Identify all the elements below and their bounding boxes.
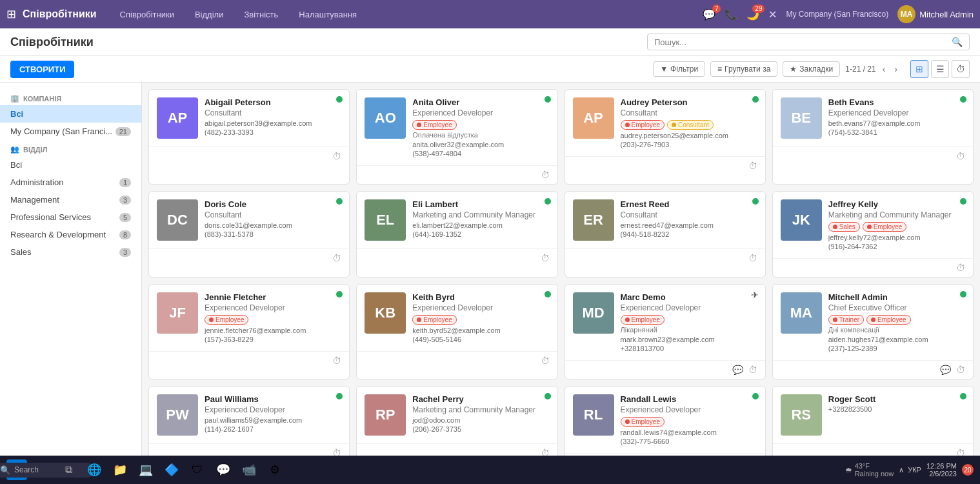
employee-card[interactable]: BE Beth Evans Experienced Developer beth… <box>772 89 974 185</box>
language-indicator[interactable]: УКР <box>908 466 921 474</box>
close-icon[interactable]: ✕ <box>768 8 777 21</box>
nav-reports[interactable]: Звітність <box>240 7 282 22</box>
employee-card[interactable]: KB Keith Byrd Experienced Developer Empl… <box>356 284 557 379</box>
card-email: mark.brown23@example.com <box>621 336 757 343</box>
activity-footer-icon[interactable]: ⏱ <box>956 263 965 273</box>
nav-settings[interactable]: Налаштування <box>295 7 361 22</box>
activity-view-button[interactable]: ⏱ <box>952 60 970 78</box>
taskbar-app2-icon[interactable]: 🔷 <box>161 459 182 480</box>
activity-footer-icon[interactable]: ⏱ <box>748 161 757 171</box>
employee-card[interactable]: MA Mitchell Admin Chief Executive Office… <box>772 284 974 379</box>
activity-footer-icon[interactable]: ⏱ <box>541 253 550 263</box>
list-view-button[interactable]: ☰ <box>931 60 949 78</box>
card-phone: +3281813700 <box>621 345 757 352</box>
avatar: AP <box>573 97 614 139</box>
nav-employees[interactable]: Співробітники <box>116 7 178 22</box>
tray-expand[interactable]: ∧ <box>899 466 904 474</box>
clock-icon[interactable]: 🌙29 <box>746 8 759 21</box>
taskbar-search-button[interactable]: 🔍 Search <box>32 459 53 480</box>
employee-card[interactable]: ER Ernest Reed Consultant ernest.reed47@… <box>565 191 766 277</box>
employee-card[interactable]: AP Audrey Peterson Consultant EmployeeCo… <box>565 89 766 185</box>
weather-desc: Raining now <box>855 470 894 478</box>
taskbar-folder-icon[interactable]: 📁 <box>110 459 130 480</box>
employee-card[interactable]: RP Rachel Perry Marketing and Community … <box>356 386 557 456</box>
activity-footer-icon[interactable]: ⏱ <box>541 448 550 456</box>
taskbar-app4-icon[interactable]: 💬 <box>213 459 234 480</box>
kanban-view-button[interactable]: ⊞ <box>910 60 928 78</box>
activity-footer-icon[interactable]: ⏱ <box>956 151 965 161</box>
sidebar-label: Administration <box>10 177 63 187</box>
create-button[interactable]: СТВОРИТИ <box>10 61 74 78</box>
taskbar-app6-icon[interactable]: ⚙ <box>265 459 285 480</box>
activity-footer-icon[interactable]: ⏱ <box>956 448 965 456</box>
sub-header: Співробітники 🔍 <box>0 28 980 56</box>
employee-card[interactable]: RS Roger Scott +3282823500 ⏱ <box>772 386 974 456</box>
sidebar-item-research-development[interactable]: Research & Development 8 <box>0 226 141 243</box>
employee-card[interactable]: RL Randall Lewis Experienced Developer E… <box>565 386 766 456</box>
card-footer: ⏱ <box>357 248 557 267</box>
activity-footer-icon[interactable]: ⏱ <box>332 253 341 263</box>
filter-button[interactable]: ▼ Фільтри <box>653 61 705 77</box>
sidebar-item-my-company[interactable]: My Company (San Franci... 21 <box>0 123 141 140</box>
card-header: DC Doris Cole Consultant doris.cole31@ex… <box>149 192 349 248</box>
employee-card[interactable]: ✈ MD Marc Demo Experienced Developer Emp… <box>565 284 766 379</box>
activity-footer-icon[interactable]: ⏱ <box>541 170 550 180</box>
activity-footer-icon[interactable]: ⏱ <box>748 253 757 263</box>
employee-card[interactable]: JK Jeffrey Kelly Marketing and Community… <box>772 191 974 277</box>
card-role: Marketing and Community Manager <box>412 405 549 414</box>
employee-card[interactable]: AP Abigail Peterson Consultant abigail.p… <box>148 89 350 185</box>
chat-footer-icon[interactable]: 💬 <box>940 365 951 375</box>
search-input[interactable] <box>654 37 952 47</box>
activity-footer-icon[interactable]: ⏱ <box>748 365 757 375</box>
sidebar-item-professional-services[interactable]: Professional Services 5 <box>0 208 141 226</box>
card-email: beth.evans77@example.com <box>828 119 965 127</box>
tag-employee: Employee <box>863 222 906 232</box>
taskbar-app3-icon[interactable]: 🛡 <box>187 459 208 480</box>
card-footer: ⏱ <box>149 443 349 456</box>
phone-icon[interactable]: 📞 <box>725 8 737 21</box>
user-menu[interactable]: MA Mitchell Admin <box>897 5 974 23</box>
company-selector[interactable]: My Company (San Francisco) <box>786 10 888 19</box>
employee-card[interactable]: AO Anita Oliver Experienced Developer Em… <box>356 89 557 185</box>
taskbar-edge-icon[interactable]: 🌐 <box>84 459 105 480</box>
activity-footer-icon[interactable]: ⏱ <box>332 356 341 366</box>
notification-count[interactable]: 20 <box>962 464 974 476</box>
bookmarks-button[interactable]: ★ Закладки <box>783 61 840 77</box>
activity-footer-icon[interactable]: ⏱ <box>332 151 341 161</box>
taskbar-task-view[interactable]: ⧉ <box>58 459 79 480</box>
sidebar-count: 5 <box>119 213 131 222</box>
sidebar-item-sales[interactable]: Sales 3 <box>0 243 141 261</box>
employee-card[interactable]: EL Eli Lambert Marketing and Community M… <box>356 191 557 277</box>
card-info: Randall Lewis Experienced Developer Empl… <box>621 394 757 445</box>
employee-card[interactable]: DC Doris Cole Consultant doris.cole31@ex… <box>148 191 350 277</box>
card-tags: Employee <box>621 417 757 427</box>
search-icon[interactable]: 🔍 <box>952 37 963 47</box>
clock[interactable]: 12:26 PM 2/6/2023 <box>926 462 957 478</box>
card-email: doris.cole31@example.com <box>205 221 341 229</box>
app-grid-icon[interactable]: ⊞ <box>6 7 16 21</box>
search-bar[interactable]: 🔍 <box>647 34 970 50</box>
chat-icon[interactable]: 💬7 <box>703 8 715 21</box>
card-info: Abigail Peterson Consultant abigail.pete… <box>205 97 341 136</box>
chat-footer-icon[interactable]: 💬 <box>732 365 743 375</box>
next-page-button[interactable]: › <box>892 63 900 76</box>
sidebar-item-management[interactable]: Management 3 <box>0 191 141 208</box>
activity-footer-icon[interactable]: ⏱ <box>541 356 550 366</box>
sidebar-item-administration[interactable]: Administration 1 <box>0 174 141 191</box>
employee-card[interactable]: PW Paul Williams Experienced Developer p… <box>148 386 350 456</box>
group-button[interactable]: ≡ Групувати за <box>710 61 777 77</box>
prev-page-button[interactable]: ‹ <box>880 63 888 76</box>
card-footer: ⏱ <box>565 156 765 175</box>
activity-footer-icon[interactable]: ⏱ <box>332 448 341 456</box>
activity-footer-icon[interactable]: ⏱ <box>956 365 965 375</box>
sidebar-label: Research & Development <box>10 230 106 239</box>
sidebar-item-all-depts[interactable]: Всі <box>0 156 141 174</box>
card-name: Paul Williams <box>205 394 341 404</box>
taskbar-app5-icon[interactable]: 📹 <box>239 459 259 480</box>
taskbar-app1-icon[interactable]: 💻 <box>135 459 156 480</box>
employee-card[interactable]: JF Jennie Fletcher Experienced Developer… <box>148 284 350 379</box>
pagination: 1-21 / 21 ‹ › <box>845 63 900 76</box>
sidebar-item-all-companies[interactable]: Всі <box>0 105 141 123</box>
nav-departments[interactable]: Відділи <box>191 7 227 22</box>
card-footer: 💬 ⏱ <box>773 360 973 379</box>
